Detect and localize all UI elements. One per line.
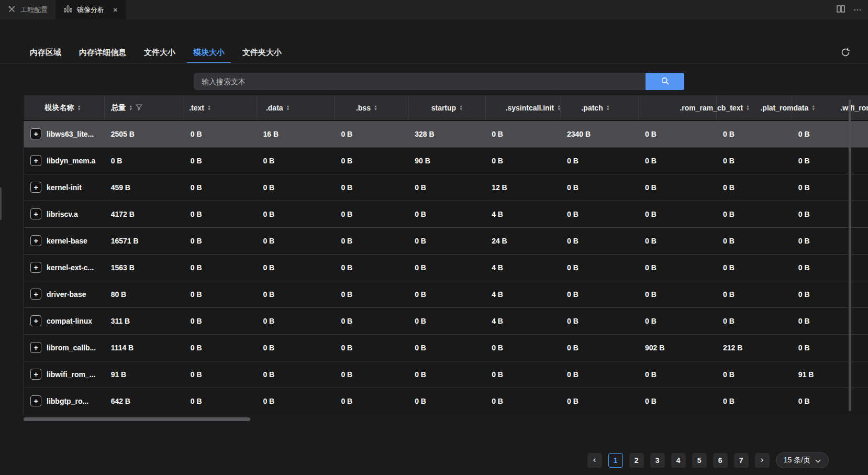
- column-header[interactable]: 模块名称 ▲▼: [24, 95, 105, 120]
- column-label: .data: [266, 104, 283, 112]
- tab-file-size[interactable]: 文件大小: [138, 45, 182, 63]
- expand-icon[interactable]: +: [30, 262, 41, 273]
- sort-icon[interactable]: ▲▼: [129, 105, 132, 111]
- expand-icon[interactable]: +: [30, 235, 41, 246]
- sort-icon[interactable]: ▲▼: [557, 105, 561, 111]
- column-header[interactable]: 总量 ▲▼: [105, 95, 184, 120]
- prev-page-button[interactable]: ‹: [587, 453, 602, 468]
- size-cell: 1114 B: [105, 334, 184, 361]
- tab-folder-size[interactable]: 文件夹大小: [236, 45, 288, 63]
- column-label: .plat_romdata: [760, 104, 808, 112]
- size-cell: 0 B: [792, 174, 868, 201]
- close-icon[interactable]: ×: [113, 6, 118, 14]
- table-row[interactable]: + compat-linux 311 B0 B0 B0 B0 B4 B0 B0 …: [24, 307, 868, 334]
- sort-icon[interactable]: ▲▼: [77, 105, 81, 111]
- module-name: libws63_lite...: [47, 130, 94, 138]
- table-row[interactable]: + kernel-base 16571 B0 B0 B0 B0 B24 B0 B…: [24, 227, 868, 254]
- filter-icon[interactable]: [136, 104, 142, 112]
- nav-divider: [0, 63, 868, 63]
- table-row[interactable]: + driver-base 80 B0 B0 B0 B0 B4 B0 B0 B0…: [24, 281, 868, 307]
- search-input[interactable]: [194, 73, 646, 90]
- expand-icon[interactable]: +: [30, 182, 41, 193]
- size-cell: 0 B: [408, 307, 485, 334]
- expand-icon[interactable]: +: [30, 155, 41, 166]
- column-label: .rom_ram_cb_text: [680, 104, 743, 112]
- column-header[interactable]: .sysintcall.init ▲▼: [485, 95, 561, 120]
- size-cell: 0 B: [792, 307, 868, 334]
- search-icon: [661, 76, 670, 87]
- tab-module-size[interactable]: 模块大小: [187, 45, 231, 63]
- tab-memory-detail[interactable]: 内存详细信息: [73, 45, 132, 63]
- size-cell: 0 B: [485, 147, 561, 174]
- size-cell: 0 B: [257, 388, 335, 414]
- chevron-down-icon: [815, 456, 821, 465]
- size-cell: 212 B: [717, 334, 792, 361]
- page-button-2[interactable]: 2: [629, 453, 644, 468]
- column-label: .sysintcall.init: [506, 104, 554, 112]
- sort-icon[interactable]: ▲▼: [811, 105, 815, 111]
- size-cell: 0 B: [639, 147, 717, 174]
- size-cell: 0 B: [335, 254, 408, 281]
- split-editor-icon[interactable]: [837, 5, 845, 15]
- size-cell: 0 B: [485, 120, 561, 147]
- sort-icon[interactable]: ▲▼: [606, 105, 610, 111]
- editor-tab-image-analysis[interactable]: 镜像分析 ×: [56, 0, 126, 19]
- table-row[interactable]: + libdyn_mem.a 0 B0 B0 B0 B90 B0 B0 B0 B…: [24, 147, 868, 174]
- tab-memory-region[interactable]: 内存区域: [24, 45, 68, 63]
- table-row[interactable]: + libbgtp_ro... 642 B0 B0 B0 B0 B0 B0 B0…: [24, 388, 868, 414]
- column-header[interactable]: .data ▲▼: [257, 95, 335, 120]
- table-row[interactable]: + librom_callb... 1114 B0 B0 B0 B0 B0 B0…: [24, 334, 868, 361]
- refresh-icon[interactable]: [841, 48, 851, 58]
- page-button-7[interactable]: 7: [734, 453, 749, 468]
- size-cell: 0 B: [184, 361, 257, 388]
- size-cell: 0 B: [184, 388, 257, 414]
- page-button-1[interactable]: 1: [608, 453, 623, 468]
- expand-icon[interactable]: +: [30, 342, 41, 353]
- size-cell: 0 B: [792, 281, 868, 307]
- page-size-select[interactable]: 15 条/页: [776, 452, 829, 468]
- horizontal-scrollbar-thumb[interactable]: [24, 417, 250, 421]
- table-row[interactable]: + libriscv.a 4172 B0 B0 B0 B0 B4 B0 B0 B…: [24, 201, 868, 227]
- size-cell: 0 B: [561, 388, 639, 414]
- sort-icon[interactable]: ▲▼: [286, 105, 290, 111]
- sort-icon[interactable]: ▲▼: [374, 105, 377, 111]
- page-button-3[interactable]: 3: [650, 453, 665, 468]
- column-header[interactable]: .bss ▲▼: [335, 95, 408, 120]
- sort-icon[interactable]: ▲▼: [746, 105, 750, 111]
- size-cell: 0 B: [408, 334, 485, 361]
- next-page-button[interactable]: ›: [755, 453, 770, 468]
- expand-icon[interactable]: +: [30, 315, 41, 326]
- more-actions-icon[interactable]: ⋯: [853, 5, 862, 15]
- size-cell: 91 B: [792, 361, 868, 388]
- vertical-scrollbar[interactable]: [849, 100, 851, 411]
- expand-icon[interactable]: +: [30, 289, 41, 300]
- page-button-5[interactable]: 5: [692, 453, 707, 468]
- table-row[interactable]: + kernel-init 459 B0 B0 B0 B0 B12 B0 B0 …: [24, 174, 868, 201]
- expand-icon[interactable]: +: [30, 128, 41, 139]
- sort-icon[interactable]: ▲▼: [207, 105, 211, 111]
- column-header[interactable]: .rom_ram_cb_text ▲▼: [639, 95, 717, 120]
- expand-icon[interactable]: +: [30, 395, 41, 406]
- expand-icon[interactable]: +: [30, 208, 41, 219]
- size-cell: 0 B: [639, 388, 717, 414]
- table-row[interactable]: + libws63_lite... 2505 B0 B16 B0 B328 B0…: [24, 120, 868, 147]
- size-cell: 0 B: [257, 254, 335, 281]
- table-row[interactable]: + libwifi_rom_... 91 B0 B0 B0 B0 B0 B0 B…: [24, 361, 868, 388]
- size-cell: 0 B: [639, 281, 717, 307]
- size-cell: 0 B: [561, 361, 639, 388]
- size-cell: 4 B: [485, 201, 561, 227]
- editor-tab-project-config[interactable]: 工程配置: [0, 0, 56, 19]
- size-cell: 0 B: [485, 361, 561, 388]
- size-cell: 0 B: [257, 147, 335, 174]
- search-button[interactable]: [646, 73, 684, 90]
- expand-icon[interactable]: +: [30, 369, 41, 380]
- sort-icon[interactable]: ▲▼: [459, 105, 463, 111]
- page-button-4[interactable]: 4: [671, 453, 686, 468]
- size-cell: 4 B: [485, 307, 561, 334]
- column-header[interactable]: startup ▲▼: [408, 95, 485, 120]
- table-row[interactable]: + kernel-ext-c... 1563 B0 B0 B0 B0 B4 B0…: [24, 254, 868, 281]
- column-header[interactable]: .patch ▲▼: [561, 95, 639, 120]
- page-button-6[interactable]: 6: [713, 453, 728, 468]
- size-cell: 0 B: [717, 307, 792, 334]
- column-header[interactable]: .text ▲▼: [184, 95, 257, 120]
